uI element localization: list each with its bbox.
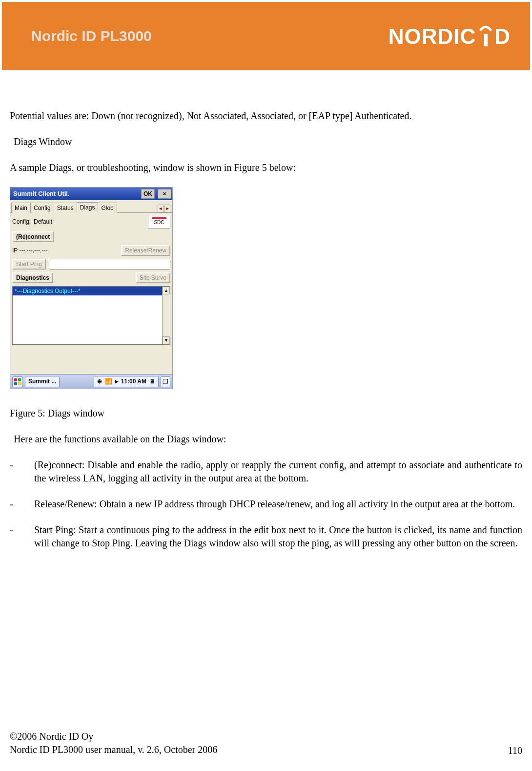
scu-window: Summit Client Util. OK × Main Config Sta… — [10, 187, 173, 389]
start-ping-button[interactable]: Start Ping — [12, 259, 46, 270]
sdc-text: SDC — [154, 219, 164, 226]
config-value: Default — [34, 218, 52, 226]
ok-button[interactable]: OK — [141, 189, 155, 199]
bullet-marker: - — [10, 523, 15, 550]
scu-body: Config: Default SDC (Re)connect IP ---.-… — [10, 213, 172, 374]
tab-global[interactable]: Glob — [98, 203, 117, 213]
tab-scroll: ◄ ► — [158, 205, 171, 212]
tab-scroll-left-icon[interactable]: ◄ — [158, 205, 164, 212]
scroll-up-icon[interactable]: ▲ — [163, 287, 170, 294]
svg-rect-4 — [18, 382, 21, 385]
page-number: 110 — [508, 745, 522, 756]
release-renew-button[interactable]: Release/Renew — [121, 245, 170, 256]
brand-text-2: D — [494, 26, 511, 47]
sdc-logo: SDC — [148, 215, 170, 229]
tab-scroll-right-icon[interactable]: ► — [164, 205, 170, 212]
start-button[interactable] — [12, 376, 23, 387]
bullet-text: (Re)connect: Disable and enable the radi… — [34, 458, 522, 485]
svg-rect-3 — [14, 382, 17, 385]
doc-version: Nordic ID PL3000 user manual, v. 2.6, Oc… — [10, 743, 217, 756]
taskbar: Summit ... ⊕ 📶 ▸ 11:00 AM 🖥 ❐ — [10, 374, 172, 389]
tab-config[interactable]: Config — [30, 203, 54, 213]
paragraph: Potential values are: Down (not recogniz… — [10, 109, 522, 123]
tab-main[interactable]: Main — [11, 203, 31, 213]
scu-titlebar: Summit Client Util. OK × — [10, 188, 172, 200]
scroll-down-icon[interactable]: ▼ — [163, 336, 170, 344]
diagnostics-button[interactable]: Diagnostics — [12, 272, 53, 283]
page-header: Nordic ID PL3000 NORDIC D — [2, 2, 530, 70]
list-item: - (Re)connect: Disable and enable the ra… — [10, 458, 522, 485]
bullet-text: Release/Renew: Obtain a new IP address t… — [34, 498, 522, 511]
paragraph: Here are the functions available on the … — [14, 433, 522, 446]
brand-logo: NORDIC D — [389, 25, 511, 47]
bullet-text: Start Ping: Start a continuous ping to t… — [34, 523, 522, 550]
taskbar-app-button[interactable]: Summit ... — [25, 376, 60, 387]
tab-status[interactable]: Status — [54, 203, 77, 213]
signal-icon: 📶 — [105, 377, 112, 385]
windows-flag-icon — [14, 378, 21, 386]
config-label: Config: — [12, 218, 31, 226]
paragraph: A sample Diags, or troubleshooting, wind… — [10, 161, 522, 174]
screen-icon: 🖥 — [149, 377, 155, 385]
scu-tabstrip: Main Config Status Diags Glob ◄ ► — [10, 200, 172, 213]
output-header: *---Diagnostics Output---* — [13, 287, 162, 295]
diagnostics-output: *---Diagnostics Output---* ▲ ▼ — [12, 286, 170, 345]
show-desktop-button[interactable]: ❐ — [161, 376, 170, 387]
figure-caption: Figure 5: Diags window — [10, 407, 522, 420]
ip-label: IP ---.---.---.--- — [12, 247, 118, 254]
desktop-icon: ❐ — [163, 377, 168, 386]
page-footer: ©2006 Nordic ID Oy Nordic ID PL3000 user… — [10, 730, 522, 756]
doc-title: Nordic ID PL3000 — [31, 28, 152, 44]
site-survey-button[interactable]: Site Surve — [136, 272, 170, 283]
reconnect-button[interactable]: (Re)connect — [12, 231, 54, 242]
svg-rect-1 — [14, 378, 17, 381]
output-scrollbar[interactable]: ▲ ▼ — [162, 287, 170, 344]
section-heading: Diags Window — [14, 135, 522, 148]
scu-window-title: Summit Client Util. — [13, 189, 139, 198]
bullet-list: - (Re)connect: Disable and enable the ra… — [10, 458, 522, 550]
list-item: - Start Ping: Start a continuous ping to… — [10, 523, 522, 550]
bullet-marker: - — [10, 498, 15, 511]
list-item: - Release/Renew: Obtain a new IP address… — [10, 498, 522, 511]
page-content: Potential values are: Down (not recogniz… — [0, 70, 532, 550]
system-tray[interactable]: ⊕ 📶 ▸ 11:00 AM 🖥 — [94, 376, 159, 387]
bullet-marker: - — [10, 458, 15, 485]
clock: 11:00 AM — [121, 377, 146, 385]
network-icon: ⊕ — [97, 377, 102, 385]
close-button[interactable]: × — [158, 189, 171, 199]
svg-rect-2 — [18, 378, 21, 381]
brand-text-1: NORDIC — [389, 26, 476, 47]
copyright: ©2006 Nordic ID Oy — [10, 730, 217, 743]
brand-i-mark — [479, 25, 492, 47]
config-row: Config: Default SDC — [12, 215, 170, 229]
ping-address-input[interactable] — [49, 259, 170, 270]
svg-rect-0 — [484, 34, 488, 46]
chevron-right-icon: ▸ — [115, 377, 118, 385]
tab-diags[interactable]: Diags — [77, 202, 99, 213]
